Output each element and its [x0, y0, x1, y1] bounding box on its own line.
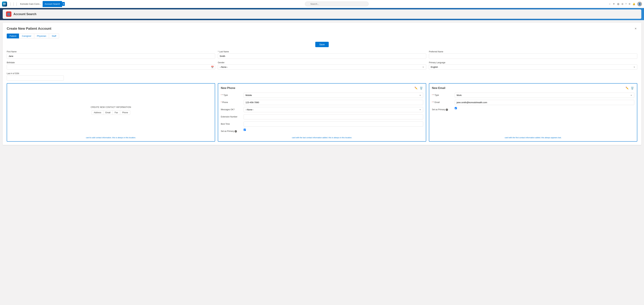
phone-card-header: New Phone ✏️ 🗑️	[221, 86, 423, 90]
email-card-actions: ✏️ 🗑️	[625, 86, 634, 90]
phone-extension-row: Extension Number	[221, 114, 423, 120]
birthdate-group: Birthdate 📅	[7, 62, 215, 70]
phone-best-time-row: Best Time	[221, 122, 423, 127]
phone-messages-row: Messages OK? --None-- Yes No	[221, 107, 423, 112]
phone-button[interactable]: Phone	[120, 110, 130, 115]
settings-icon[interactable]: ⚙	[628, 3, 630, 5]
email-card-title: New Email	[432, 86, 445, 90]
app-logo	[2, 2, 7, 6]
user-avatar[interactable]: 👤	[637, 2, 642, 6]
create-contact-label: CREATE NEW CONTACT INFORMATION	[91, 106, 131, 108]
tab-caregiver[interactable]: Caregiver	[19, 34, 34, 38]
form-row-demo: Birthdate 📅 Gender --None-- Male Female …	[7, 62, 637, 70]
account-search-tab[interactable]: Account Search	[42, 1, 62, 7]
primary-language-label: Primary Language	[429, 62, 637, 64]
main-content: Create New Patient Account × Patient Car…	[0, 20, 644, 305]
phone-type-select[interactable]: Mobile Home Work Other	[244, 92, 423, 98]
question-icon[interactable]: ?	[625, 3, 626, 5]
phone-number-label: * Phone	[221, 100, 241, 104]
email-primary-row: Set as Primary i	[432, 107, 634, 111]
email-primary-label: Set as Primary i	[432, 107, 452, 111]
first-name-input[interactable]	[7, 54, 215, 59]
phone-best-time-field	[244, 122, 423, 127]
phone-primary-info-icon[interactable]: i	[234, 130, 237, 132]
phone-edit-button[interactable]: ✏️	[414, 86, 418, 90]
email-address-input[interactable]	[455, 100, 634, 105]
phone-primary-checkbox-wrapper	[244, 129, 423, 131]
email-card-footer: card with the first contact information …	[432, 134, 634, 138]
ssn-label: Last 4 of SSN	[7, 72, 64, 75]
birthdate-input-wrapper: 📅	[7, 64, 215, 70]
phone-type-label: * * Type	[221, 92, 241, 96]
phone-best-time-label: Best Time	[221, 122, 241, 125]
phone-type-row: * * Type Mobile Home Work Other	[221, 92, 423, 98]
tab-physician[interactable]: Physician	[34, 34, 49, 38]
save-button[interactable]: Save	[315, 42, 329, 47]
email-type-label: * * Type	[432, 92, 452, 96]
create-contact-card: CREATE NEW CONTACT INFORMATION Address E…	[7, 83, 215, 142]
email-address-field	[455, 100, 634, 105]
email-address-row: * * Email	[432, 100, 634, 105]
phone-number-row: * Phone	[221, 100, 423, 105]
close-button[interactable]: ×	[634, 26, 637, 31]
phone-card-actions: ✏️ 🗑️	[414, 86, 423, 90]
email-address-label: * * Email	[432, 100, 452, 104]
form-row-names: First Name * Last Name Preferred Name	[7, 50, 637, 59]
ssn-group: Last 4 of SSN	[7, 72, 64, 80]
phone-best-time-input[interactable]	[244, 122, 423, 127]
apps-icon[interactable]: ⋮⋮⋮	[8, 2, 19, 6]
grid-icon[interactable]: ⊞	[622, 3, 623, 5]
gender-label: Gender	[218, 62, 426, 64]
email-type-select[interactable]: Work Personal Other	[455, 92, 634, 98]
preferred-name-label: Preferred Name	[429, 50, 637, 53]
first-name-label: First Name	[7, 50, 215, 53]
tab-dropdown-button[interactable]: ▾	[62, 2, 65, 6]
svg-rect-1	[5, 3, 6, 4]
phone-extension-input[interactable]	[244, 114, 423, 120]
modal-header: Create New Patient Account ×	[7, 26, 637, 31]
fax-button[interactable]: Fax	[112, 110, 120, 115]
birthdate-input[interactable]	[7, 64, 215, 70]
app-name: Komodo Care Conn...	[20, 3, 41, 5]
contact-cards-row: CREATE NEW CONTACT INFORMATION Address E…	[7, 83, 637, 142]
primary-language-select[interactable]: English Spanish French Mandarin Other	[429, 64, 637, 70]
email-button[interactable]: Email	[103, 110, 112, 115]
page-title: Account Search	[14, 12, 36, 16]
global-search-input[interactable]	[305, 2, 369, 6]
svg-rect-3	[5, 4, 6, 5]
save-row: Save	[7, 42, 637, 47]
primary-language-group: Primary Language English Spanish French …	[429, 62, 637, 70]
bell-icon[interactable]: 🔔	[632, 3, 635, 5]
ssn-input[interactable]	[7, 75, 64, 80]
plus-icon[interactable]: ⊕	[617, 2, 620, 6]
tab-staff[interactable]: Staff	[49, 34, 59, 38]
bookmark-icon[interactable]: ▼	[613, 3, 615, 5]
gender-group: Gender --None-- Male Female Non-Binary O…	[218, 62, 426, 70]
phone-card: New Phone ✏️ 🗑️ * * Type Mobile Home Wor…	[218, 83, 426, 142]
phone-number-field	[244, 100, 423, 105]
star-icon[interactable]: ☆	[609, 3, 611, 5]
gender-select[interactable]: --None-- Male Female Non-Binary Other	[218, 64, 426, 70]
phone-messages-label: Messages OK?	[221, 107, 241, 111]
email-primary-info-icon[interactable]: i	[446, 108, 448, 111]
contact-type-buttons: Address Email Fax Phone	[92, 110, 130, 115]
last-name-input[interactable]	[218, 54, 426, 59]
phone-primary-row: Set as Primary i	[221, 129, 423, 132]
email-edit-button[interactable]: ✏️	[625, 86, 629, 90]
phone-number-input[interactable]	[244, 100, 423, 105]
preferred-name-input[interactable]	[429, 54, 637, 59]
tab-patient[interactable]: Patient	[7, 34, 19, 38]
phone-delete-button[interactable]: 🗑️	[419, 86, 423, 90]
phone-primary-checkbox[interactable]	[244, 129, 246, 131]
left-card-footer: card to add contact information. this is…	[10, 134, 212, 138]
email-delete-button[interactable]: 🗑️	[630, 86, 634, 90]
nav-actions: ☆ ▼ ⊕ ⊞ ? ⚙ 🔔 👤	[609, 2, 642, 6]
email-card-header: New Email ✏️ 🗑️	[432, 86, 634, 90]
last-name-group: * Last Name	[218, 50, 426, 59]
search-container: 🔍	[66, 2, 608, 6]
phone-messages-select[interactable]: --None-- Yes No	[244, 107, 423, 112]
phone-card-footer: card with the last contact information a…	[221, 134, 423, 138]
phone-extension-field	[244, 114, 423, 120]
address-button[interactable]: Address	[92, 110, 103, 115]
email-primary-checkbox[interactable]	[455, 107, 457, 109]
